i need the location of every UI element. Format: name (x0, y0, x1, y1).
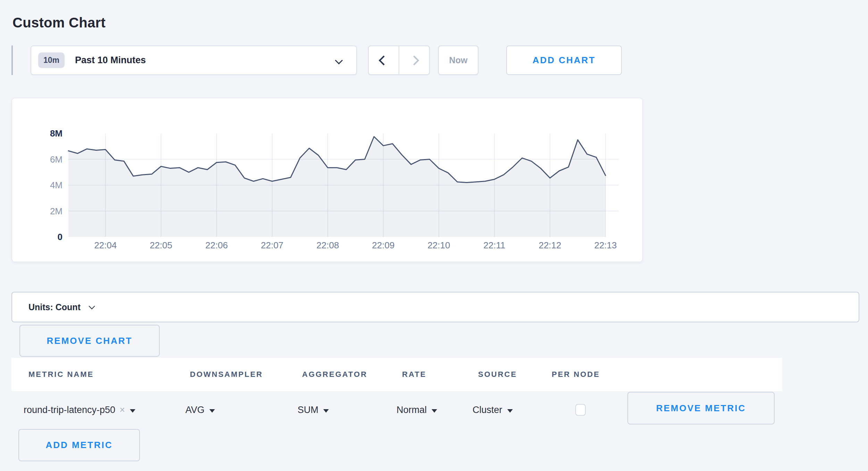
metric-row: round-trip-latency-p50 × AVG SUM Normal … (11, 391, 782, 429)
caret-down-icon (130, 409, 135, 413)
svg-text:0: 0 (58, 232, 62, 242)
svg-text:22:08: 22:08 (316, 240, 339, 250)
svg-text:4M: 4M (50, 180, 62, 190)
chevron-left-icon (379, 55, 389, 65)
caret-down-icon (432, 409, 437, 413)
chevron-down-icon (89, 303, 95, 309)
caret-down-icon (323, 409, 329, 413)
svg-text:8M: 8M (50, 128, 62, 139)
time-range-dropdown[interactable]: 10m Past 10 Minutes (31, 46, 357, 75)
step-forward-button[interactable] (399, 46, 429, 74)
per-node-checkbox[interactable] (575, 404, 586, 416)
aggregator-value: SUM (298, 405, 318, 415)
svg-text:22:05: 22:05 (150, 240, 172, 250)
chevron-down-icon (335, 57, 343, 65)
time-step-group (368, 46, 430, 75)
col-header-source: SOURCE (478, 358, 517, 391)
units-label: Units: Count (28, 302, 81, 312)
now-button[interactable]: Now (438, 46, 478, 75)
step-back-button[interactable] (369, 46, 399, 74)
source-dropdown[interactable]: Cluster (473, 391, 513, 429)
svg-text:22:10: 22:10 (427, 240, 450, 250)
svg-text:22:09: 22:09 (372, 240, 394, 250)
chart-card: 22:0422:0522:0622:0722:0822:0922:1022:11… (11, 98, 643, 262)
chevron-right-icon (409, 55, 419, 65)
toolbar-divider (11, 46, 13, 75)
svg-text:2M: 2M (50, 206, 62, 216)
svg-text:6M: 6M (50, 154, 62, 165)
rate-dropdown[interactable]: Normal (397, 391, 437, 429)
col-header-aggregator: AGGREGATOR (302, 358, 367, 391)
add-metric-button[interactable]: ADD METRIC (18, 429, 140, 461)
metric-name-dropdown[interactable]: round-trip-latency-p50 × (24, 391, 135, 429)
rate-value: Normal (397, 405, 427, 415)
svg-text:22:06: 22:06 (205, 240, 228, 250)
metric-name-value: round-trip-latency-p50 (24, 405, 115, 415)
time-range-badge: 10m (38, 52, 65, 68)
col-header-per-node: PER NODE (552, 358, 600, 391)
source-value: Cluster (473, 405, 502, 415)
metrics-table-header: METRIC NAME DOWNSAMPLER AGGREGATOR RATE … (11, 358, 782, 391)
col-header-metric-name: METRIC NAME (28, 358, 94, 391)
downsampler-dropdown[interactable]: AVG (185, 391, 215, 429)
col-header-downsampler: DOWNSAMPLER (190, 358, 263, 391)
time-range-label: Past 10 Minutes (75, 55, 146, 66)
remove-metric-button[interactable]: REMOVE METRIC (627, 392, 775, 424)
svg-text:22:12: 22:12 (539, 240, 561, 250)
col-header-rate: RATE (402, 358, 426, 391)
svg-text:22:04: 22:04 (94, 240, 117, 250)
caret-down-icon (209, 409, 215, 413)
remove-tag-icon[interactable]: × (119, 405, 125, 415)
svg-text:22:13: 22:13 (594, 240, 617, 250)
page-title: Custom Chart (12, 15, 106, 31)
units-dropdown[interactable]: Units: Count (11, 292, 859, 322)
svg-text:22:11: 22:11 (483, 240, 505, 250)
time-series-chart: 22:0422:0522:0622:0722:0822:0922:1022:11… (12, 98, 642, 262)
aggregator-dropdown[interactable]: SUM (298, 391, 329, 429)
downsampler-value: AVG (185, 405, 205, 415)
svg-text:22:07: 22:07 (261, 240, 283, 250)
remove-chart-button[interactable]: REMOVE CHART (19, 325, 160, 357)
caret-down-icon (507, 409, 513, 413)
add-chart-button[interactable]: ADD CHART (506, 46, 622, 75)
